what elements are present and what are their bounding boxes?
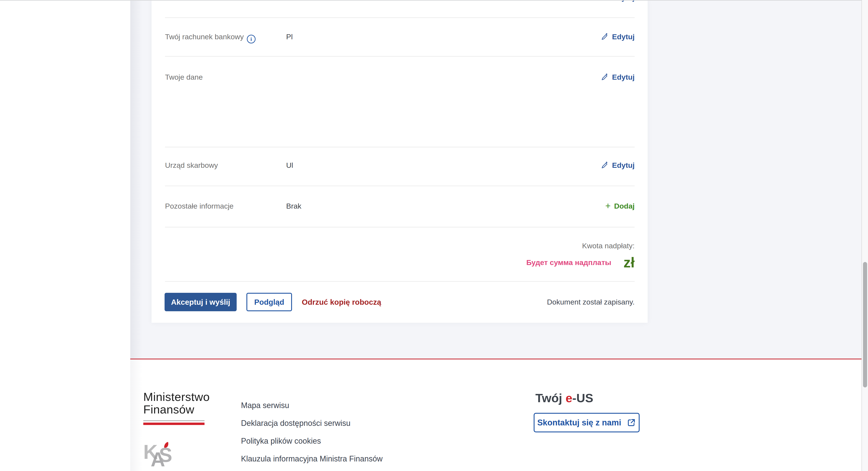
preview-button[interactable]: Podgląd: [246, 293, 292, 311]
footer-link-information-clause[interactable]: Klauzula informacyjna Ministra Finansów: [241, 454, 382, 464]
sidebar-panel: [0, 0, 130, 471]
row-bank-account: Twój rachunek bankowyi Pl Edytuj: [165, 32, 634, 42]
scrollbar-track[interactable]: [862, 0, 868, 471]
edit-bank-account-button[interactable]: Edytuj: [601, 32, 634, 42]
add-other-info-button[interactable]: + Dodaj: [605, 201, 634, 211]
footer-link-accessibility[interactable]: Deklaracja dostępności serwisu: [241, 418, 382, 428]
info-icon[interactable]: i: [247, 35, 255, 43]
viewport-top-divider: [0, 0, 868, 1]
overpayment-summary: Kwota nadpłaty: Будет сумма надплаты zł: [526, 241, 634, 270]
footer-links: Mapa serwisu Deklaracja dostępności serw…: [241, 401, 382, 464]
row-label: Twój rachunek bankowyi: [165, 32, 255, 43]
contact-us-label: Skontaktuj się z nami: [537, 418, 621, 428]
row-divider: [165, 227, 634, 227]
pencil-icon: [601, 161, 609, 169]
row-label: Urząd skarbowy: [165, 160, 218, 170]
overpayment-translation-note: Будет сумма надплаты: [526, 258, 611, 267]
row-value: Pl: [286, 32, 293, 42]
ministry-name-line2: Finansów: [143, 403, 210, 416]
pencil-icon: [601, 73, 609, 81]
edit-link-label: Edytuj: [612, 161, 634, 169]
form-summary-card: Edytuj Twój rachunek bankowyi Pl Edytuj …: [152, 0, 648, 323]
kas-logo: K A S: [143, 442, 173, 468]
edit-link-label: Edytuj: [612, 73, 634, 82]
currency-symbol: zł: [623, 255, 634, 270]
row-divider: [165, 186, 634, 186]
contact-us-button[interactable]: Skontaktuj się z nami: [534, 413, 640, 432]
row-divider: [165, 147, 634, 147]
overpayment-value-line: Будет сумма надплаты zł: [526, 255, 634, 270]
row-divider: [165, 56, 634, 57]
page: Edytuj Twój rachunek bankowyi Pl Edytuj …: [0, 0, 868, 471]
row-tax-office: Urząd skarbowy Ul Edytuj: [165, 160, 634, 170]
row-other-info: Pozostałe informacje Brak + Dodaj: [165, 201, 634, 211]
scrollbar-thumb[interactable]: [863, 262, 867, 387]
ministry-name-line1: Ministerstwo: [143, 390, 210, 403]
eus-brand-block: Twój e-US Skontaktuj się z nami: [534, 391, 640, 432]
row-value: Ul: [286, 160, 293, 170]
row-label: Pozostałe informacje: [165, 201, 234, 211]
edit-tax-office-button[interactable]: Edytuj: [601, 160, 634, 170]
logo-e-red: e: [565, 391, 572, 405]
page-footer: Ministerstwo Finansów Mapa serwisu Dekla…: [130, 358, 862, 471]
row-divider: [165, 281, 634, 282]
edit-personal-data-button[interactable]: Edytuj: [601, 72, 634, 82]
add-link-label: Dodaj: [614, 202, 634, 210]
row-label: Twoje dane: [165, 72, 203, 82]
row-personal-data: Twoje dane Edytuj: [165, 72, 634, 83]
row-value: Brak: [286, 201, 301, 211]
plus-icon: +: [605, 201, 611, 211]
discard-draft-button[interactable]: Odrzuć kopię roboczą: [302, 293, 381, 311]
overpayment-label: Kwota nadpłaty:: [526, 241, 634, 250]
pencil-icon: [601, 33, 609, 40]
ministry-underline-red: [143, 422, 205, 425]
kas-logo-block: K A S Krajowa Administracja: [143, 442, 235, 471]
accept-and-send-button[interactable]: Akceptuj i wyślij: [164, 293, 237, 311]
footer-link-cookies[interactable]: Polityka plików cookies: [241, 436, 382, 446]
edit-link-label: Edytuj: [612, 33, 634, 41]
document-saved-status: Dokument został zapisany.: [547, 293, 634, 311]
footer-link-site-map[interactable]: Mapa serwisu: [241, 401, 382, 410]
row-divider: [165, 18, 634, 18]
ministry-underline-gray: [143, 420, 205, 421]
kas-caption: Krajowa Administracja: [144, 470, 235, 471]
ministry-logo: Ministerstwo Finansów: [143, 390, 210, 425]
external-link-icon: [627, 418, 636, 427]
twoj-e-us-logo: Twój e-US: [535, 391, 640, 405]
